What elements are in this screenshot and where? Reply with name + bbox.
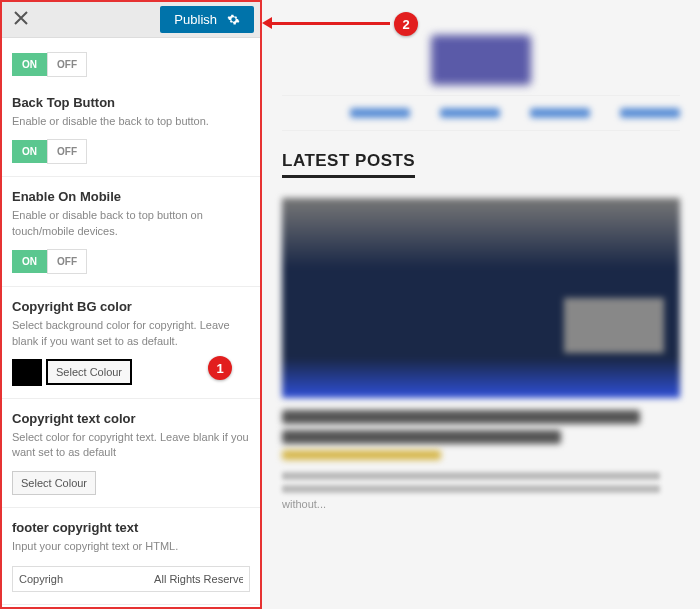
toggle-on[interactable]: ON [12,53,47,76]
select-color-button[interactable]: Select Colour [12,471,96,495]
section-title: Copyright BG color [12,299,250,314]
toggle-section-top: ON OFF [2,38,260,83]
section-desc: Input your copyright text or HTML. [12,539,250,554]
preview-pane: LATEST POSTS without... [262,0,700,609]
annotation-callout-2: 2 [394,12,418,36]
toggle-on[interactable]: ON [12,140,47,163]
sidebar-header: Publish [2,2,260,38]
toggle-off[interactable]: OFF [47,52,87,77]
section-title: Copyright text color [12,411,250,426]
nav-bar [282,95,680,131]
post-excerpt-line [282,485,660,493]
section-desc: Enable or disable back to top button on … [12,208,250,239]
bg-color-section: Copyright BG color Select background col… [2,287,260,399]
excerpt-trail: without... [282,498,680,510]
select-color-button[interactable]: Select Colour [46,359,132,385]
section-desc: Enable or disable the back to top button… [12,114,250,129]
section-title: footer copyright text [12,520,250,535]
toggle-off[interactable]: OFF [47,139,87,164]
nav-item [620,108,680,118]
sidebar-scroll[interactable]: ON OFF Back Top Button Enable or disable… [2,38,260,605]
color-swatch[interactable] [12,359,42,386]
customizer-sidebar: Publish ON OFF Back Top Button Enable or… [0,0,262,609]
latest-posts-heading: LATEST POSTS [282,151,415,178]
nav-item [350,108,410,118]
section-title: Back Top Button [12,95,250,110]
toggle-on[interactable]: ON [12,250,47,273]
footer-text-section: footer copyright text Input your copyrig… [2,508,260,605]
close-button[interactable] [8,7,34,32]
post-title-line [282,430,561,444]
nav-item [440,108,500,118]
publish-button[interactable]: Publish [160,6,254,33]
mobile-section: Enable On Mobile Enable or disable back … [2,177,260,287]
post-title-line [282,410,640,424]
gear-icon [227,13,240,26]
post-meta [282,450,441,460]
toggle-group: ON OFF [12,139,250,164]
annotation-arrow [270,22,390,25]
toggle-group: ON OFF [12,52,250,77]
toggle-group: ON OFF [12,249,250,274]
post-thumbnail [282,198,680,398]
site-logo [431,35,531,85]
section-desc: Select background color for copyright. L… [12,318,250,349]
footer-copyright-input[interactable] [12,566,250,592]
publish-label: Publish [174,12,217,27]
back-top-section: Back Top Button Enable or disable the ba… [2,83,260,177]
text-color-section: Copyright text color Select color for co… [2,399,260,508]
section-title: Enable On Mobile [12,189,250,204]
post-excerpt-line [282,472,660,480]
close-icon [14,11,28,25]
annotation-callout-1: 1 [208,356,232,380]
section-desc: Select color for copyright text. Leave b… [12,430,250,461]
toggle-off[interactable]: OFF [47,249,87,274]
nav-item [530,108,590,118]
